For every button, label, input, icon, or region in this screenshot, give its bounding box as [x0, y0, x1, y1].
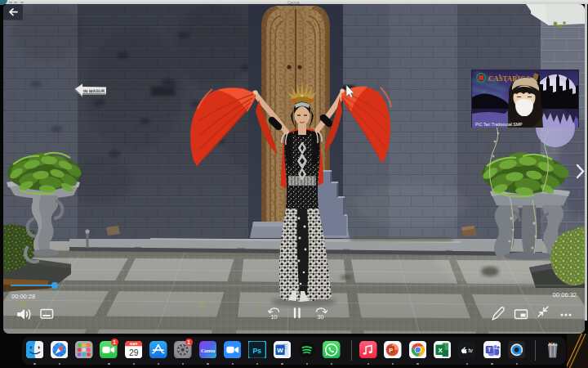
svg-text:00:00:28: 00:00:28	[11, 293, 35, 300]
svg-text:30: 30	[318, 313, 324, 321]
svg-text:10: 10	[271, 313, 278, 321]
svg-text:29: 29	[129, 348, 139, 357]
svg-text:X: X	[438, 347, 443, 354]
svg-text:MAR: MAR	[130, 342, 137, 346]
svg-text:Ps: Ps	[253, 346, 262, 354]
svg-text:P: P	[390, 347, 394, 354]
svg-text:tv: tv	[469, 348, 474, 353]
svg-text:Canva: Canva	[201, 347, 216, 352]
svg-text:00:06:32: 00:06:32	[553, 291, 577, 298]
svg-text:W: W	[277, 347, 283, 354]
svg-text:T: T	[488, 347, 491, 352]
